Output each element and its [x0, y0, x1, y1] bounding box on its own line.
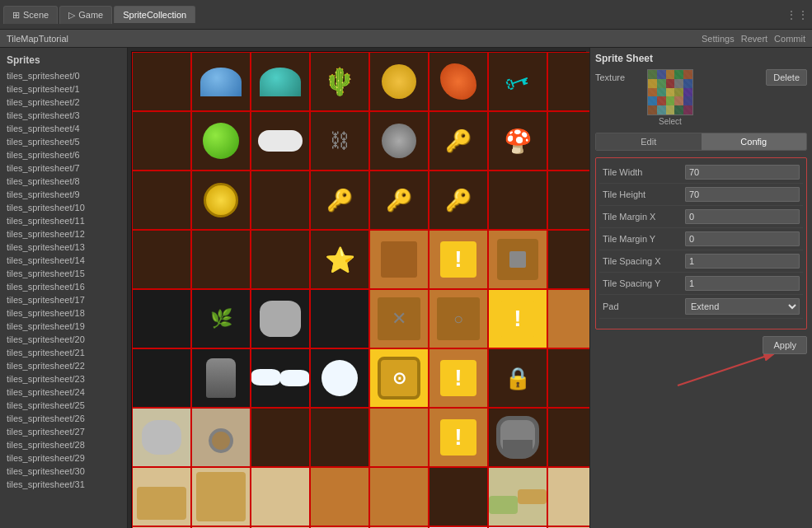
sidebar-item[interactable]: tiles_spritesheet/4 [0, 122, 127, 135]
tile-cell[interactable]: 🌿 [191, 289, 251, 348]
tile-cell[interactable] [191, 467, 251, 526]
sidebar-item[interactable]: tiles_spritesheet/22 [0, 359, 127, 372]
tile-cell[interactable]: ! [488, 289, 547, 348]
sidebar-item[interactable]: tiles_spritesheet/29 [0, 451, 127, 465]
sidebar-item[interactable]: tiles_spritesheet/11 [0, 214, 127, 227]
tile-spacing-y-input[interactable] [685, 276, 800, 291]
tile-cell[interactable] [132, 230, 191, 289]
sidebar-item[interactable]: tiles_spritesheet/10 [0, 201, 127, 214]
tile-cell[interactable]: 🔑 [369, 171, 429, 230]
sidebar-item[interactable]: tiles_spritesheet/3 [0, 109, 127, 122]
sidebar-item[interactable]: tiles_spritesheet/25 [0, 399, 127, 412]
sidebar-item[interactable]: tiles_spritesheet/7 [0, 161, 127, 175]
tile-cell[interactable] [369, 52, 429, 111]
sidebar-item[interactable]: tiles_spritesheet/8 [0, 175, 127, 188]
delete-button[interactable]: Delete [766, 69, 807, 86]
tile-cell[interactable] [547, 111, 589, 171]
tile-cell[interactable]: ! [429, 408, 488, 467]
pad-select[interactable]: Extend Wrap Zero Clamp [685, 298, 800, 315]
sidebar-item[interactable]: tiles_spritesheet/31 [0, 478, 127, 491]
tile-cell[interactable] [488, 171, 547, 230]
tile-cell[interactable] [547, 467, 589, 526]
tile-cell[interactable]: 🌵 [310, 52, 369, 111]
sidebar-item[interactable]: tiles_spritesheet/20 [0, 333, 127, 346]
tile-cell[interactable] [191, 408, 251, 467]
tile-cell[interactable] [547, 408, 589, 467]
tile-cell[interactable]: ✕ [369, 289, 429, 348]
tile-cell[interactable] [547, 348, 589, 408]
tile-cell[interactable]: ⊙ [369, 348, 429, 408]
tile-cell[interactable] [251, 408, 310, 467]
sidebar-item[interactable]: tiles_spritesheet/5 [0, 135, 127, 148]
apply-button[interactable]: Apply [763, 336, 807, 354]
tile-cell[interactable] [191, 171, 251, 230]
tile-cell[interactable]: 🔑 [310, 171, 369, 230]
tile-cell[interactable] [251, 52, 310, 111]
tile-cell[interactable] [310, 289, 369, 348]
tile-margin-x-input[interactable] [685, 209, 800, 224]
tile-cell[interactable] [191, 52, 251, 111]
config-tab[interactable]: Config [702, 133, 807, 150]
tile-cell[interactable] [547, 289, 589, 348]
more-options-icon[interactable]: ⋮⋮ [786, 8, 809, 21]
edit-tab[interactable]: Edit [596, 133, 702, 150]
sidebar-item[interactable]: tiles_spritesheet/16 [0, 280, 127, 293]
sidebar-item[interactable]: tiles_spritesheet/27 [0, 425, 127, 438]
tab-game[interactable]: ▷ Game [59, 6, 112, 24]
sidebar-item[interactable]: tiles_spritesheet/24 [0, 385, 127, 399]
tile-cell[interactable] [251, 467, 310, 526]
tile-cell[interactable] [132, 111, 191, 171]
tile-cell[interactable] [488, 408, 547, 467]
tile-cell[interactable] [251, 171, 310, 230]
sidebar-item[interactable]: tiles_spritesheet/2 [0, 96, 127, 109]
tile-cell[interactable] [251, 230, 310, 289]
tile-cell[interactable] [251, 348, 310, 408]
sidebar-item[interactable]: tiles_spritesheet/28 [0, 438, 127, 451]
sidebar-item[interactable]: tiles_spritesheet/30 [0, 465, 127, 478]
tile-width-input[interactable] [685, 165, 800, 180]
sidebar-item[interactable]: tiles_spritesheet/0 [0, 69, 127, 82]
sidebar-item[interactable]: tiles_spritesheet/21 [0, 346, 127, 359]
tile-cell[interactable] [369, 467, 429, 526]
sidebar-item[interactable]: tiles_spritesheet/18 [0, 306, 127, 320]
tile-cell[interactable]: ! [429, 230, 488, 289]
tile-cell[interactable]: ! [429, 348, 488, 408]
tile-cell[interactable] [132, 171, 191, 230]
tab-spritecollection[interactable]: SpriteCollection [114, 6, 195, 23]
tile-cell[interactable] [369, 111, 429, 171]
tile-cell[interactable] [547, 171, 589, 230]
tile-cell[interactable]: ⭐ [310, 230, 369, 289]
tile-cell[interactable] [547, 52, 589, 111]
tile-cell[interactable] [132, 289, 191, 348]
sidebar-item[interactable]: tiles_spritesheet/17 [0, 293, 127, 306]
tile-cell[interactable] [429, 52, 488, 111]
sidebar-item[interactable]: tiles_spritesheet/1 [0, 82, 127, 96]
tile-cell[interactable] [429, 467, 488, 526]
tile-cell[interactable] [488, 467, 547, 526]
commit-button[interactable]: Commit [774, 34, 805, 44]
sidebar-item[interactable]: tiles_spritesheet/14 [0, 254, 127, 267]
tile-cell[interactable] [310, 467, 369, 526]
tile-cell[interactable]: 🗝 [488, 52, 547, 111]
tile-cell[interactable] [132, 52, 191, 111]
sidebar-item[interactable]: tiles_spritesheet/9 [0, 188, 127, 201]
tile-cell[interactable]: 🔑 [429, 111, 488, 171]
tile-cell[interactable]: 🍄 [488, 111, 547, 171]
tile-cell[interactable]: ⛓ [310, 111, 369, 171]
tile-cell[interactable] [369, 230, 429, 289]
settings-button[interactable]: Settings [702, 34, 735, 44]
tile-cell[interactable]: ○ [429, 289, 488, 348]
sidebar-item[interactable]: tiles_spritesheet/23 [0, 372, 127, 385]
tile-cell[interactable] [191, 230, 251, 289]
sidebar-item[interactable]: tiles_spritesheet/13 [0, 241, 127, 254]
tile-cell[interactable] [132, 408, 191, 467]
tile-margin-y-input[interactable] [685, 231, 800, 246]
sidebar-item[interactable]: tiles_spritesheet/26 [0, 412, 127, 425]
tile-cell[interactable] [251, 289, 310, 348]
sidebar-item[interactable]: tiles_spritesheet/19 [0, 320, 127, 333]
tile-cell[interactable] [547, 230, 589, 289]
tile-cell[interactable] [191, 348, 251, 408]
tile-cell[interactable] [251, 111, 310, 171]
sidebar-item[interactable]: tiles_spritesheet/12 [0, 227, 127, 241]
tile-height-input[interactable] [685, 187, 800, 202]
